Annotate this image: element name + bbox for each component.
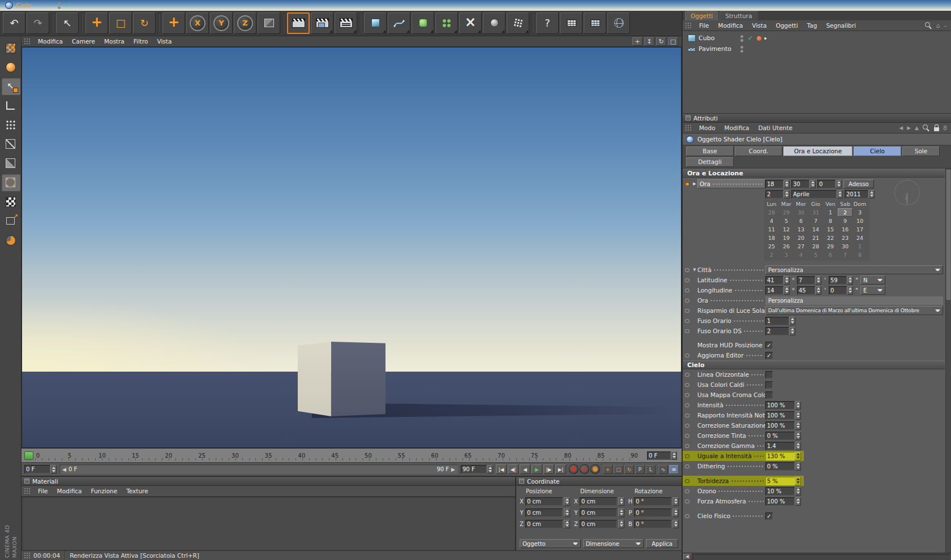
value-field[interactable]: 100 % [765,401,795,410]
camera-zoom-icon[interactable]: ↕ [644,37,654,46]
render-view-button[interactable] [287,12,310,34]
stepper[interactable] [783,180,790,188]
coordinate-field[interactable]: 0 cm [525,520,563,528]
calendar-day[interactable]: 29 [779,208,794,217]
polygons-mode-button[interactable] [1,154,20,172]
panel-grip-icon[interactable] [24,38,31,45]
year-field[interactable]: 2011 [845,190,868,199]
calendar-day[interactable]: 30 [794,208,808,217]
coordinate-field[interactable]: 0 ° [634,520,671,528]
longitude-deg-field[interactable]: 14 [765,286,783,295]
stepper[interactable] [815,276,821,285]
stepper[interactable] [672,509,679,517]
anim-dot-icon[interactable] [685,268,689,272]
calendar-day[interactable]: 5 [779,217,794,225]
anim-dot-icon[interactable] [685,354,689,357]
anim-dot-icon[interactable] [685,434,689,438]
range-left-grip-icon[interactable]: ◀ [62,467,66,472]
second-field[interactable]: 0 [817,180,836,188]
adesso-button[interactable]: Adesso [843,179,874,188]
collapse-icon[interactable]: ▼ [692,268,697,272]
materials-menu-item[interactable]: Modifica [53,488,87,494]
object-name[interactable]: Cubo [699,35,739,42]
camera-rotate-icon[interactable]: ↻ [656,37,666,46]
workplane-mode-button[interactable] [1,97,20,114]
checkbox[interactable] [765,512,773,520]
timezone-field[interactable]: 1 [765,317,789,325]
object-name[interactable]: Pavimento [699,45,739,53]
stepper[interactable] [672,497,679,506]
calendar-day[interactable]: 12 [779,225,794,234]
value-field[interactable]: 130 % [765,452,795,460]
calendar-day[interactable]: 4 [794,251,808,259]
material-tag-icon[interactable] [757,36,761,41]
stepper[interactable] [795,432,801,440]
stepper[interactable] [789,317,795,325]
lock-icon[interactable] [934,127,939,131]
day-field[interactable]: 2 [765,190,783,199]
calendar-day[interactable]: 11 [764,225,779,234]
previous-frame-button[interactable]: ◀ [520,464,530,474]
anim-dot-icon[interactable] [685,288,689,292]
coordinate-field[interactable]: 0 cm [580,509,617,517]
model-mode-button[interactable] [1,58,20,76]
longitude-direction-dropdown[interactable]: E [860,286,885,295]
anim-dot-icon[interactable] [685,319,689,323]
anim-dot-icon[interactable] [685,182,689,186]
expand-icon[interactable]: ▶ [692,182,697,186]
add-mograph-button[interactable] [435,12,458,34]
undo-button[interactable]: ↶ [3,12,25,34]
tab-struttura[interactable]: Struttura [719,11,757,20]
scrollbar-track[interactable] [692,554,950,560]
coordinate-field[interactable]: 0 cm [525,509,563,517]
calendar-day[interactable]: 28 [808,242,823,251]
live-selection-button[interactable]: ↖ [56,12,79,34]
anim-dot-icon[interactable] [685,329,689,333]
calendar-day[interactable]: 30 [838,242,853,251]
link-icon[interactable]: 8 [943,125,947,131]
stepper[interactable] [672,520,679,528]
value-field[interactable]: 0 % [765,462,795,471]
anim-dot-icon[interactable] [685,424,689,428]
cube-object[interactable] [298,342,385,416]
calendar-day[interactable]: 14 [808,225,823,234]
coordinate-field[interactable]: 0 cm [580,497,617,506]
add-deformer-button[interactable]: × [459,12,482,34]
powerslider-options-button[interactable]: ≡ [669,465,679,474]
attributes-scrollbar[interactable] [945,169,951,553]
points-mode-button[interactable] [1,116,20,133]
edges-mode-button[interactable] [1,135,20,153]
content-browser-button[interactable] [560,12,582,34]
key-rotation-button[interactable]: ↻ [624,465,634,474]
current-frame-stepper[interactable] [50,465,57,473]
coordinate-field[interactable]: 0 ° [634,509,671,517]
enabled-check-icon[interactable]: ✓ [748,35,753,42]
viewport-menu-item[interactable]: Mostra [100,38,129,45]
add-spline-button[interactable] [388,12,410,34]
search-icon[interactable] [925,22,932,29]
scrollbar-thumb[interactable] [946,170,950,300]
tab-oggetti[interactable]: Oggetti [685,11,718,20]
attribute-tab[interactable]: Cielo [854,147,901,156]
calendar-day[interactable]: 6 [794,217,808,225]
stepper[interactable] [836,180,842,188]
calendar-day[interactable]: 3 [853,208,867,217]
stepper[interactable] [783,286,790,295]
stepper[interactable] [618,520,624,528]
stepper[interactable] [868,190,875,199]
calendar-day[interactable]: 25 [764,242,779,251]
calendar-day[interactable]: 29 [823,242,838,251]
ora-mode-dropdown[interactable]: Personalizza [765,296,943,305]
coordinate-field[interactable]: 0 cm [580,520,617,528]
timeline-range-slider[interactable]: ◀ 0 F 90 F ▶ [59,464,458,474]
anim-dot-icon[interactable] [685,464,689,468]
ora-parameter[interactable]: Ora [697,179,765,188]
viewport-menu-item[interactable]: Filtro [129,38,153,45]
key-pla-button[interactable]: L [646,465,656,474]
calendar-day[interactable]: 28 [764,208,779,217]
anim-dot-icon[interactable] [685,489,689,493]
make-editable-button[interactable] [1,39,20,57]
add-environment-button[interactable] [483,12,506,34]
lock-x-axis-button[interactable]: X [186,12,209,34]
stepper[interactable] [847,286,853,295]
